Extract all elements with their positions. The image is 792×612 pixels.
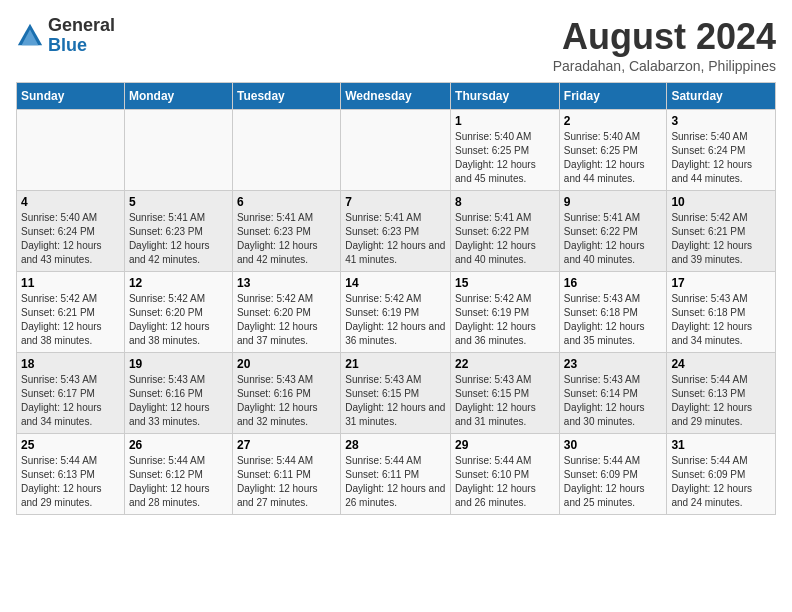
day-detail: Sunrise: 5:41 AM Sunset: 6:22 PM Dayligh… <box>564 211 663 267</box>
day-detail: Sunrise: 5:41 AM Sunset: 6:23 PM Dayligh… <box>129 211 228 267</box>
calendar-cell: 17Sunrise: 5:43 AM Sunset: 6:18 PM Dayli… <box>667 272 776 353</box>
day-header: Sunday <box>17 83 125 110</box>
day-detail: Sunrise: 5:41 AM Sunset: 6:22 PM Dayligh… <box>455 211 555 267</box>
calendar-week-row: 18Sunrise: 5:43 AM Sunset: 6:17 PM Dayli… <box>17 353 776 434</box>
calendar-cell: 5Sunrise: 5:41 AM Sunset: 6:23 PM Daylig… <box>124 191 232 272</box>
calendar-cell: 9Sunrise: 5:41 AM Sunset: 6:22 PM Daylig… <box>559 191 667 272</box>
day-number: 4 <box>21 195 120 209</box>
day-detail: Sunrise: 5:42 AM Sunset: 6:20 PM Dayligh… <box>237 292 336 348</box>
day-detail: Sunrise: 5:44 AM Sunset: 6:10 PM Dayligh… <box>455 454 555 510</box>
title-area: August 2024 Paradahan, Calabarzon, Phili… <box>553 16 776 74</box>
calendar-cell: 11Sunrise: 5:42 AM Sunset: 6:21 PM Dayli… <box>17 272 125 353</box>
day-detail: Sunrise: 5:44 AM Sunset: 6:09 PM Dayligh… <box>671 454 771 510</box>
day-detail: Sunrise: 5:44 AM Sunset: 6:13 PM Dayligh… <box>21 454 120 510</box>
calendar-cell: 29Sunrise: 5:44 AM Sunset: 6:10 PM Dayli… <box>451 434 560 515</box>
day-number: 19 <box>129 357 228 371</box>
day-number: 12 <box>129 276 228 290</box>
calendar-cell: 10Sunrise: 5:42 AM Sunset: 6:21 PM Dayli… <box>667 191 776 272</box>
logo: General Blue <box>16 16 115 56</box>
day-header: Saturday <box>667 83 776 110</box>
day-header: Monday <box>124 83 232 110</box>
day-detail: Sunrise: 5:44 AM Sunset: 6:09 PM Dayligh… <box>564 454 663 510</box>
calendar-cell: 16Sunrise: 5:43 AM Sunset: 6:18 PM Dayli… <box>559 272 667 353</box>
calendar-cell: 24Sunrise: 5:44 AM Sunset: 6:13 PM Dayli… <box>667 353 776 434</box>
calendar-cell: 22Sunrise: 5:43 AM Sunset: 6:15 PM Dayli… <box>451 353 560 434</box>
day-number: 21 <box>345 357 446 371</box>
calendar-cell: 2Sunrise: 5:40 AM Sunset: 6:25 PM Daylig… <box>559 110 667 191</box>
day-detail: Sunrise: 5:43 AM Sunset: 6:15 PM Dayligh… <box>455 373 555 429</box>
day-number: 6 <box>237 195 336 209</box>
calendar-cell <box>124 110 232 191</box>
calendar-week-row: 11Sunrise: 5:42 AM Sunset: 6:21 PM Dayli… <box>17 272 776 353</box>
calendar-cell: 19Sunrise: 5:43 AM Sunset: 6:16 PM Dayli… <box>124 353 232 434</box>
day-number: 31 <box>671 438 771 452</box>
day-number: 28 <box>345 438 446 452</box>
calendar-table: SundayMondayTuesdayWednesdayThursdayFrid… <box>16 82 776 515</box>
day-number: 7 <box>345 195 446 209</box>
day-number: 25 <box>21 438 120 452</box>
day-detail: Sunrise: 5:42 AM Sunset: 6:20 PM Dayligh… <box>129 292 228 348</box>
header: General Blue August 2024 Paradahan, Cala… <box>16 16 776 74</box>
calendar-cell <box>17 110 125 191</box>
calendar-cell <box>232 110 340 191</box>
day-detail: Sunrise: 5:41 AM Sunset: 6:23 PM Dayligh… <box>237 211 336 267</box>
day-number: 10 <box>671 195 771 209</box>
day-number: 24 <box>671 357 771 371</box>
day-detail: Sunrise: 5:43 AM Sunset: 6:18 PM Dayligh… <box>671 292 771 348</box>
calendar-cell: 6Sunrise: 5:41 AM Sunset: 6:23 PM Daylig… <box>232 191 340 272</box>
day-header: Friday <box>559 83 667 110</box>
day-detail: Sunrise: 5:43 AM Sunset: 6:16 PM Dayligh… <box>237 373 336 429</box>
logo-text: General Blue <box>48 16 115 56</box>
day-number: 14 <box>345 276 446 290</box>
calendar-cell: 8Sunrise: 5:41 AM Sunset: 6:22 PM Daylig… <box>451 191 560 272</box>
calendar-cell: 7Sunrise: 5:41 AM Sunset: 6:23 PM Daylig… <box>341 191 451 272</box>
calendar-cell: 28Sunrise: 5:44 AM Sunset: 6:11 PM Dayli… <box>341 434 451 515</box>
day-number: 18 <box>21 357 120 371</box>
day-detail: Sunrise: 5:40 AM Sunset: 6:24 PM Dayligh… <box>671 130 771 186</box>
calendar-cell: 12Sunrise: 5:42 AM Sunset: 6:20 PM Dayli… <box>124 272 232 353</box>
day-detail: Sunrise: 5:42 AM Sunset: 6:19 PM Dayligh… <box>455 292 555 348</box>
day-number: 23 <box>564 357 663 371</box>
day-number: 8 <box>455 195 555 209</box>
day-number: 20 <box>237 357 336 371</box>
day-number: 16 <box>564 276 663 290</box>
calendar-cell: 4Sunrise: 5:40 AM Sunset: 6:24 PM Daylig… <box>17 191 125 272</box>
calendar-cell: 18Sunrise: 5:43 AM Sunset: 6:17 PM Dayli… <box>17 353 125 434</box>
logo-general: General <box>48 16 115 36</box>
calendar-cell: 21Sunrise: 5:43 AM Sunset: 6:15 PM Dayli… <box>341 353 451 434</box>
calendar-cell: 23Sunrise: 5:43 AM Sunset: 6:14 PM Dayli… <box>559 353 667 434</box>
day-detail: Sunrise: 5:43 AM Sunset: 6:17 PM Dayligh… <box>21 373 120 429</box>
day-detail: Sunrise: 5:43 AM Sunset: 6:14 PM Dayligh… <box>564 373 663 429</box>
day-number: 15 <box>455 276 555 290</box>
calendar-cell <box>341 110 451 191</box>
day-number: 11 <box>21 276 120 290</box>
calendar-cell: 31Sunrise: 5:44 AM Sunset: 6:09 PM Dayli… <box>667 434 776 515</box>
day-detail: Sunrise: 5:42 AM Sunset: 6:19 PM Dayligh… <box>345 292 446 348</box>
day-number: 13 <box>237 276 336 290</box>
day-detail: Sunrise: 5:44 AM Sunset: 6:13 PM Dayligh… <box>671 373 771 429</box>
day-number: 1 <box>455 114 555 128</box>
day-detail: Sunrise: 5:40 AM Sunset: 6:25 PM Dayligh… <box>455 130 555 186</box>
logo-icon <box>16 22 44 50</box>
day-detail: Sunrise: 5:42 AM Sunset: 6:21 PM Dayligh… <box>21 292 120 348</box>
calendar-cell: 3Sunrise: 5:40 AM Sunset: 6:24 PM Daylig… <box>667 110 776 191</box>
calendar-week-row: 1Sunrise: 5:40 AM Sunset: 6:25 PM Daylig… <box>17 110 776 191</box>
day-number: 29 <box>455 438 555 452</box>
day-detail: Sunrise: 5:43 AM Sunset: 6:16 PM Dayligh… <box>129 373 228 429</box>
calendar-week-row: 25Sunrise: 5:44 AM Sunset: 6:13 PM Dayli… <box>17 434 776 515</box>
day-number: 3 <box>671 114 771 128</box>
calendar-cell: 1Sunrise: 5:40 AM Sunset: 6:25 PM Daylig… <box>451 110 560 191</box>
calendar-cell: 27Sunrise: 5:44 AM Sunset: 6:11 PM Dayli… <box>232 434 340 515</box>
calendar-week-row: 4Sunrise: 5:40 AM Sunset: 6:24 PM Daylig… <box>17 191 776 272</box>
day-number: 5 <box>129 195 228 209</box>
calendar-cell: 15Sunrise: 5:42 AM Sunset: 6:19 PM Dayli… <box>451 272 560 353</box>
header-row: SundayMondayTuesdayWednesdayThursdayFrid… <box>17 83 776 110</box>
day-detail: Sunrise: 5:44 AM Sunset: 6:11 PM Dayligh… <box>345 454 446 510</box>
day-detail: Sunrise: 5:43 AM Sunset: 6:15 PM Dayligh… <box>345 373 446 429</box>
calendar-cell: 13Sunrise: 5:42 AM Sunset: 6:20 PM Dayli… <box>232 272 340 353</box>
day-number: 22 <box>455 357 555 371</box>
day-number: 17 <box>671 276 771 290</box>
day-detail: Sunrise: 5:43 AM Sunset: 6:18 PM Dayligh… <box>564 292 663 348</box>
day-detail: Sunrise: 5:40 AM Sunset: 6:24 PM Dayligh… <box>21 211 120 267</box>
day-detail: Sunrise: 5:42 AM Sunset: 6:21 PM Dayligh… <box>671 211 771 267</box>
